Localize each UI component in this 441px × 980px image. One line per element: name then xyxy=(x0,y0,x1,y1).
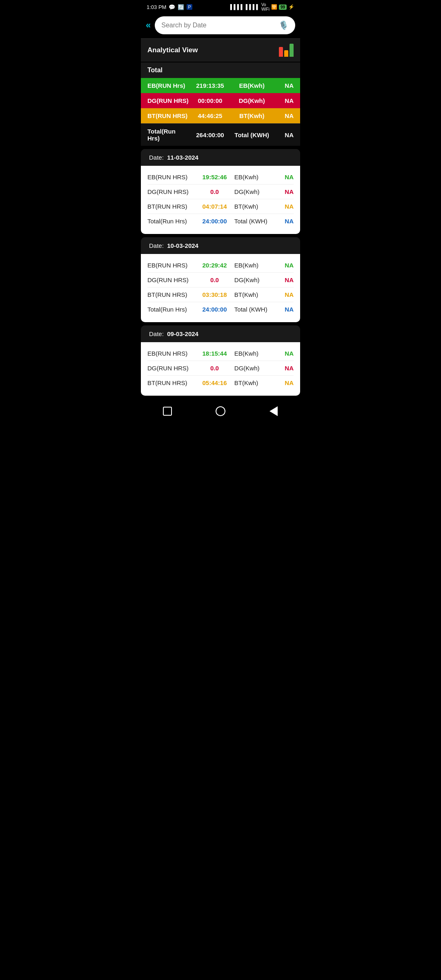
date2-dgkwh-label: DG(Kwh) xyxy=(234,276,274,283)
date3-dg-row: DG(RUN HRS) 0.0 DG(Kwh) NA xyxy=(147,361,294,376)
total-dg-row: DG(RUN HRS) 00:00:00 DG(Kwh) NA xyxy=(141,93,300,108)
vo-wifi-label: VoWiFi xyxy=(261,2,270,11)
bottom-nav xyxy=(141,399,300,425)
date2-dg-label: DG(RUN HRS) xyxy=(147,276,195,283)
nav-recent-apps-button[interactable] xyxy=(160,404,175,419)
date1-dgkwh-label: DG(Kwh) xyxy=(234,188,274,195)
date2-bt-row: BT(RUN HRS) 03:30:18 BT(Kwh) NA xyxy=(147,287,294,302)
date2-totalkwh-label: Total (KWH) xyxy=(234,306,274,313)
date3-eb-label: EB(RUN HRS) xyxy=(147,350,195,357)
wifi-icon: 🛜 xyxy=(271,4,277,10)
date1-btkwh-value: NA xyxy=(274,203,294,210)
date2-eb-label: EB(RUN HRS) xyxy=(147,262,195,269)
date3-ebkwh-label: EB(Kwh) xyxy=(234,350,274,357)
date1-total-label: Total(Run Hrs) xyxy=(147,218,195,225)
sync-icon: 🔄 xyxy=(178,4,184,10)
chart-icon xyxy=(279,44,294,57)
total-btkwh-value: NA xyxy=(273,112,294,119)
total-dg-label: DG(RUN HRS) xyxy=(147,97,189,104)
home-icon xyxy=(216,406,225,416)
total-kwh-label: Total (KWH) xyxy=(231,131,273,138)
recent-apps-icon xyxy=(163,407,172,416)
search-bar-row: « 🎙️ xyxy=(141,13,300,38)
date-header-1: Date: 11-03-2024 xyxy=(141,149,300,166)
total-eb-label: EB(RUN Hrs) xyxy=(147,82,189,89)
date-body-3: EB(RUN HRS) 18:15:44 EB(Kwh) NA DG(RUN H… xyxy=(141,342,300,396)
date2-total-row: Total(Run Hrs) 24:00:00 Total (KWH) NA xyxy=(147,302,294,316)
date-body-2: EB(RUN HRS) 20:29:42 EB(Kwh) NA DG(RUN H… xyxy=(141,254,300,322)
date-label-1: Date: 11-03-2024 xyxy=(149,154,198,161)
date2-eb-row: EB(RUN HRS) 20:29:42 EB(Kwh) NA xyxy=(147,258,294,273)
nav-back-button[interactable] xyxy=(266,404,281,419)
signal-icon: ▌▌▌▌ xyxy=(230,4,244,10)
date1-ebkwh-label: EB(Kwh) xyxy=(234,174,274,180)
time: 1:03 PM xyxy=(147,4,166,10)
date2-btkwh-value: NA xyxy=(274,291,294,298)
total-section: Total EB(RUN Hrs) 219:13:35 EB(Kwh) NA D… xyxy=(141,62,300,146)
battery-indicator: 99 xyxy=(279,4,287,10)
total-bt-row: BT(RUN HRS) 44:46:25 BT(Kwh) NA xyxy=(141,108,300,123)
total-eb-row: EB(RUN Hrs) 219:13:35 EB(Kwh) NA xyxy=(141,78,300,93)
charging-icon: ⚡ xyxy=(288,4,294,10)
total-bt-value: 44:46:25 xyxy=(189,112,231,119)
total-run-value: 264:00:00 xyxy=(189,131,231,138)
date3-dg-value: 0.0 xyxy=(195,365,234,372)
date2-dg-value: 0.0 xyxy=(195,276,234,283)
date-label-3: Date: 09-03-2024 xyxy=(149,330,198,337)
analytical-view-title: Analytical View xyxy=(147,46,198,54)
date1-btkwh-label: BT(Kwh) xyxy=(234,203,274,210)
whatsapp-icon: 💬 xyxy=(169,4,175,10)
date1-eb-value: 19:52:46 xyxy=(195,174,234,180)
date3-btkwh-value: NA xyxy=(274,379,294,386)
date-label-2: Date: 10-03-2024 xyxy=(149,242,198,249)
date-header-2: Date: 10-03-2024 xyxy=(141,237,300,254)
date1-totalkwh-value: NA xyxy=(274,218,294,225)
date2-totalkwh-value: NA xyxy=(274,306,294,313)
microphone-icon[interactable]: 🎙️ xyxy=(278,20,289,30)
date1-total-row: Total(Run Hrs) 24:00:00 Total (KWH) NA xyxy=(147,214,294,228)
date3-bt-value: 05:44:16 xyxy=(195,379,234,386)
total-ebkwh-value: NA xyxy=(273,82,294,89)
date3-dg-label: DG(RUN HRS) xyxy=(147,365,195,372)
status-left: 1:03 PM 💬 🔄 P xyxy=(147,4,192,10)
date3-ebkwh-value: NA xyxy=(274,350,294,357)
date-card-3: Date: 09-03-2024 EB(RUN HRS) 18:15:44 EB… xyxy=(141,325,300,396)
nav-home-button[interactable] xyxy=(213,404,228,419)
date3-dgkwh-value: NA xyxy=(274,365,294,372)
signal2-icon: ▌▌▌▌ xyxy=(246,4,260,10)
total-dg-value: 00:00:00 xyxy=(189,97,231,104)
total-ebkwh-label: EB(Kwh) xyxy=(231,82,273,89)
status-bar: 1:03 PM 💬 🔄 P ▌▌▌▌ ▌▌▌▌ VoWiFi 🛜 99 ⚡ xyxy=(141,0,300,13)
total-run-row: Total(Run Hrs) 264:00:00 Total (KWH) NA xyxy=(141,123,300,146)
back-icon xyxy=(270,406,278,416)
date3-eb-row: EB(RUN HRS) 18:15:44 EB(Kwh) NA xyxy=(147,346,294,361)
back-button[interactable]: « xyxy=(146,20,151,31)
date3-bt-label: BT(RUN HRS) xyxy=(147,379,195,386)
date-card-2: Date: 10-03-2024 EB(RUN HRS) 20:29:42 EB… xyxy=(141,237,300,322)
date1-bt-label: BT(RUN HRS) xyxy=(147,203,195,210)
date2-eb-value: 20:29:42 xyxy=(195,262,234,269)
total-dgkwh-value: NA xyxy=(273,97,294,104)
date1-dg-value: 0.0 xyxy=(195,188,234,195)
date-cards-container: Date: 11-03-2024 EB(RUN HRS) 19:52:46 EB… xyxy=(141,149,300,396)
search-input[interactable] xyxy=(161,22,274,29)
search-input-wrap: 🎙️ xyxy=(155,16,295,34)
date1-dg-row: DG(RUN HRS) 0.0 DG(Kwh) NA xyxy=(147,185,294,199)
date1-bt-value: 04:07:14 xyxy=(195,203,234,210)
total-header: Total xyxy=(141,62,300,78)
date1-dgkwh-value: NA xyxy=(274,188,294,195)
date-body-1: EB(RUN HRS) 19:52:46 EB(Kwh) NA DG(RUN H… xyxy=(141,166,300,234)
status-right: ▌▌▌▌ ▌▌▌▌ VoWiFi 🛜 99 ⚡ xyxy=(230,2,294,11)
total-run-label: Total(Run Hrs) xyxy=(147,128,189,142)
date3-bt-row: BT(RUN HRS) 05:44:16 BT(Kwh) NA xyxy=(147,376,294,390)
date2-btkwh-label: BT(Kwh) xyxy=(234,291,274,298)
total-dgkwh-label: DG(Kwh) xyxy=(231,97,273,104)
chart-bar-green xyxy=(290,44,294,57)
date1-bt-row: BT(RUN HRS) 04:07:14 BT(Kwh) NA xyxy=(147,199,294,214)
date2-total-label: Total(Run Hrs) xyxy=(147,306,195,313)
total-bt-label: BT(RUN HRS) xyxy=(147,112,189,119)
date1-eb-row: EB(RUN HRS) 19:52:46 EB(Kwh) NA xyxy=(147,170,294,185)
total-btkwh-label: BT(Kwh) xyxy=(231,112,273,119)
date-card-1: Date: 11-03-2024 EB(RUN HRS) 19:52:46 EB… xyxy=(141,149,300,234)
date1-eb-label: EB(RUN HRS) xyxy=(147,174,195,180)
